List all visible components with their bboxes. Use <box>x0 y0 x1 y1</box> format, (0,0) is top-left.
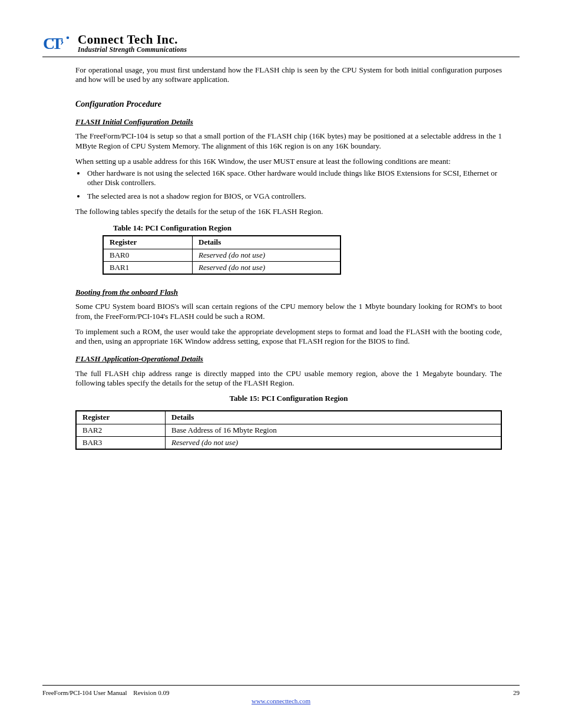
page-footer: FreeForm/PCI-104 User Manual Revision 0.… <box>42 685 520 704</box>
ficd-paragraph: The FreeForm/PCI-104 is setup so that a … <box>75 131 502 151</box>
table-row: BAR1 Reserved (do not use) <box>103 261 340 274</box>
t1-r2c1: BAR1 <box>103 261 193 274</box>
ops-paragraph: The full FLASH chip address range is dir… <box>75 369 502 388</box>
footer-revision: Revision 0.09 <box>133 689 169 696</box>
intro-paragraph: For operational usage, you must first un… <box>75 65 502 85</box>
bullet-2-text: The selected area is not a shadow region… <box>87 192 306 200</box>
heading-config-procedure: Configuration Procedure <box>75 99 502 110</box>
t1-r1c1: BAR0 <box>103 249 193 261</box>
logo-icon: C T › <box>42 34 71 54</box>
table-pci-config-2: Register Details BAR2 Base Address of 16… <box>75 410 502 450</box>
table1-wrap: Table 14: PCI Configuration Region Regis… <box>75 223 502 275</box>
t2-r2c1: BAR3 <box>76 436 166 449</box>
svg-text:›: › <box>60 35 64 48</box>
footer-title: FreeForm/PCI-104 User Manual <box>42 689 127 696</box>
conditions-list: Other hardware is not using the selected… <box>75 169 502 201</box>
table1-caption: Table 14: PCI Configuration Region <box>113 223 502 233</box>
t2-r2c2: Reserved (do not use) <box>166 436 502 449</box>
company-name: Connect Tech Inc. <box>78 33 187 46</box>
table-pci-config-1: Register Details BAR0 Reserved (do not u… <box>103 235 341 275</box>
boot-paragraph-2: To implement such a ROM, the user would … <box>75 327 502 347</box>
table2-caption: Table 15: PCI Configuration Region <box>75 394 502 403</box>
table-row: BAR3 Reserved (do not use) <box>76 436 501 449</box>
page-header: C T › Connect Tech Inc. Industrial Stren… <box>42 33 520 57</box>
t2-h2: Details <box>166 411 502 424</box>
footer-link[interactable]: www.connecttech.com <box>252 697 310 704</box>
table-row: BAR2 Base Address of 16 Mbyte Region <box>76 424 501 436</box>
t2-r1c2: Base Address of 16 Mbyte Region <box>166 424 502 436</box>
footer-left: FreeForm/PCI-104 User Manual Revision 0.… <box>42 689 169 696</box>
bullet-1-text: Other hardware is not using the selected… <box>87 169 497 187</box>
company-tagline: Industrial Strength Communications <box>78 46 187 53</box>
footer-page-number: 29 <box>513 689 520 696</box>
t1-h1: Register <box>103 236 193 249</box>
list-item: The selected area is not a shadow region… <box>86 192 502 201</box>
heading-ficd: FLASH Initial Configuration Details <box>75 117 502 127</box>
page: C T › Connect Tech Inc. Industrial Stren… <box>0 0 562 728</box>
company-logo: C T › <box>42 34 71 54</box>
table1-lead: The following tables specify the details… <box>75 207 502 216</box>
boot-paragraph-1: Some CPU System board BIOS's will scan c… <box>75 302 502 321</box>
table-row: BAR0 Reserved (do not use) <box>103 249 340 261</box>
table2-wrap: Register Details BAR2 Base Address of 16… <box>75 410 502 450</box>
bullets-lead: When setting up a usable address for thi… <box>75 157 502 166</box>
svg-point-4 <box>67 37 70 39</box>
t2-r1c1: BAR2 <box>76 424 166 436</box>
heading-ops: FLASH Application-Operational Details <box>75 354 502 364</box>
t1-r2c2: Reserved (do not use) <box>193 261 341 274</box>
company-block: Connect Tech Inc. Industrial Strength Co… <box>78 33 187 53</box>
heading-boot: Booting from the onboard Flash <box>75 288 502 297</box>
footer-row-1: FreeForm/PCI-104 User Manual Revision 0.… <box>42 689 520 696</box>
t2-h1: Register <box>76 411 166 424</box>
list-item: Other hardware is not using the selected… <box>86 169 502 188</box>
footer-row-2: www.connecttech.com <box>42 697 520 704</box>
t1-r1c2: Reserved (do not use) <box>193 249 341 261</box>
t1-h2: Details <box>193 236 341 249</box>
body-content: For operational usage, you must first un… <box>42 65 520 450</box>
